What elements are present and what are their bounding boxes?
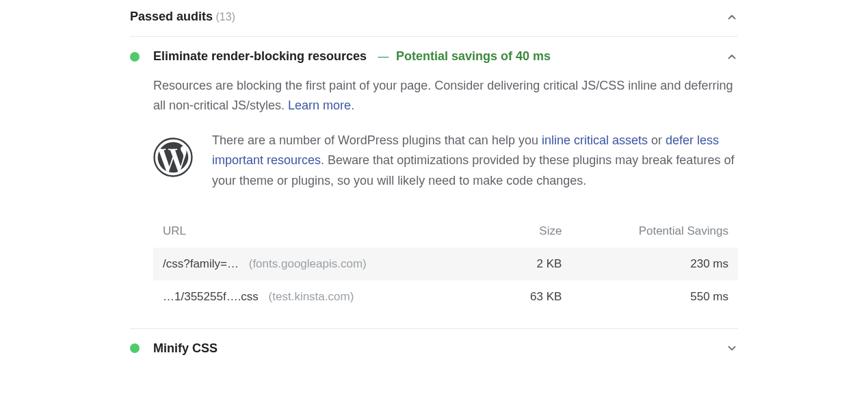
- wordpress-icon: [153, 138, 193, 180]
- table-row: …1/355255f….css (test.kinsta.com) 63 KB …: [153, 280, 738, 313]
- url-path: …1/355255f….css: [163, 290, 259, 303]
- url-path: /css?family=…: [163, 257, 239, 270]
- col-savings: Potential Savings: [571, 219, 738, 248]
- chevron-up-icon: [726, 11, 738, 23]
- cell-size: 63 KB: [494, 280, 572, 313]
- status-dot-passed-icon: [130, 343, 140, 353]
- resource-table: URL Size Potential Savings /css?family=……: [153, 219, 738, 313]
- wordpress-advice: There are a number of WordPress plugins …: [212, 131, 738, 192]
- section-title: Passed audits: [130, 10, 213, 23]
- audit-content: Resources are blocking the first paint o…: [130, 76, 738, 313]
- table-row: /css?family=… (fonts.googleapis.com) 2 K…: [153, 248, 738, 280]
- col-url: URL: [153, 219, 494, 248]
- audit-row-minify-css[interactable]: Minify CSS: [130, 329, 738, 368]
- audit-title: Minify CSS: [153, 341, 218, 356]
- cell-size: 2 KB: [494, 248, 572, 280]
- inline-critical-assets-link[interactable]: inline critical assets: [542, 133, 648, 147]
- url-host: (test.kinsta.com): [269, 290, 354, 303]
- audit-row-eliminate-render-blocking[interactable]: Eliminate render-blocking resources — Po…: [130, 37, 738, 76]
- cell-savings: 550 ms: [571, 280, 738, 313]
- audit-savings: Potential savings of 40 ms: [396, 49, 551, 63]
- learn-more-link[interactable]: Learn more: [288, 99, 351, 112]
- col-size: Size: [494, 219, 572, 248]
- cell-savings: 230 ms: [571, 248, 738, 280]
- status-dot-passed-icon: [130, 52, 140, 62]
- chevron-up-icon: [726, 51, 738, 63]
- passed-audits-toggle[interactable]: Passed audits (13): [130, 5, 738, 37]
- section-count: (13): [216, 11, 235, 23]
- audit-description: Resources are blocking the first paint o…: [153, 76, 738, 116]
- audit-dash: —: [378, 51, 389, 62]
- chevron-down-icon: [726, 342, 738, 354]
- url-host: (fonts.googleapis.com): [249, 257, 367, 270]
- audit-title: Eliminate render-blocking resources: [153, 49, 367, 63]
